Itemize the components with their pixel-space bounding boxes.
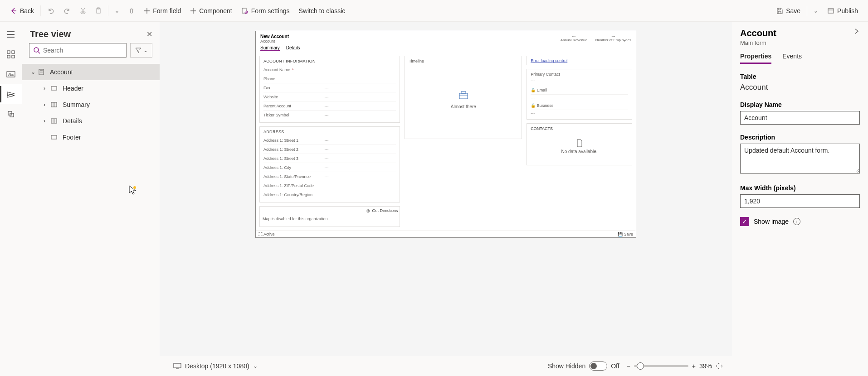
tree-search-field[interactable]: [43, 47, 122, 54]
max-width-input[interactable]: [740, 194, 860, 208]
publish-icon: [827, 7, 834, 14]
field-account-name[interactable]: Account Name*---: [263, 65, 396, 74]
save-dropdown[interactable]: ⌄: [809, 0, 823, 21]
tree-close-button[interactable]: ✕: [146, 30, 152, 39]
section-error[interactable]: Error loading control: [527, 56, 632, 65]
tab-icon: [51, 102, 58, 107]
component-label: Component: [199, 7, 232, 14]
left-rail: Abc: [0, 22, 22, 376]
svg-rect-23: [174, 363, 181, 368]
field-phone[interactable]: Phone---: [263, 74, 396, 83]
zoom-slider[interactable]: [634, 365, 688, 367]
form-field-label: Form field: [153, 7, 181, 14]
tab-properties[interactable]: Properties: [740, 53, 771, 64]
redo-button[interactable]: [59, 0, 75, 21]
description-input[interactable]: [740, 144, 860, 174]
plus-icon: [190, 8, 196, 14]
tree-search-input[interactable]: [29, 43, 127, 58]
field-zip[interactable]: Address 1: ZIP/Postal Code---: [263, 181, 396, 190]
field-street3[interactable]: Address 1: Street 3---: [263, 154, 396, 163]
display-name-input[interactable]: [740, 111, 860, 125]
form-canvas[interactable]: New Account Account ---Annual Revenue --…: [255, 31, 636, 238]
field-street2[interactable]: Address 1: Street 2---: [263, 145, 396, 154]
field-city[interactable]: Address 1: City---: [263, 163, 396, 172]
section-account-information[interactable]: ACCOUNT INFORMATION Account Name*--- Pho…: [259, 56, 400, 123]
chevron-right-icon: ›: [44, 118, 51, 124]
chevron-right-icon: ›: [44, 85, 51, 92]
tree-node-account[interactable]: ⌄ Account: [22, 64, 160, 80]
top-toolbar: Back ⌄ Form field Component Form setting…: [0, 0, 868, 22]
rail-abc[interactable]: Abc: [0, 64, 22, 84]
tree-node-footer[interactable]: Footer: [22, 129, 160, 145]
section-map[interactable]: ◎Get Directions Map is disabled for this…: [259, 206, 400, 227]
tree-panel: Tree view ✕ ⌄ ⌄ Account › Header: [22, 22, 160, 376]
field-ticker[interactable]: Ticker Symbol---: [263, 111, 396, 120]
svg-rect-19: [51, 119, 57, 123]
tab-details[interactable]: Details: [286, 45, 300, 51]
show-hidden-toggle[interactable]: [589, 362, 607, 371]
undo-button[interactable]: [43, 0, 59, 21]
rail-tree-view[interactable]: [0, 84, 22, 104]
field-country[interactable]: Address 1: Country/Region---: [263, 190, 396, 199]
tree-node-details[interactable]: › Details: [22, 113, 160, 129]
paste-dropdown[interactable]: ⌄: [110, 0, 124, 21]
back-button[interactable]: Back: [5, 0, 39, 21]
publish-button[interactable]: Publish: [823, 0, 863, 21]
component-button[interactable]: Component: [185, 0, 236, 21]
svg-rect-6: [828, 9, 834, 13]
delete-button[interactable]: [124, 0, 139, 21]
section-timeline[interactable]: Timeline Almost there: [405, 56, 522, 139]
chevron-right-icon: ›: [44, 101, 51, 108]
description-label: Description: [740, 134, 860, 141]
save-label: Save: [786, 7, 800, 14]
rail-hamburger[interactable]: [0, 24, 22, 44]
rail-components[interactable]: [0, 44, 22, 64]
field-parent-account[interactable]: Parent Account---: [263, 101, 396, 111]
tree-filter-button[interactable]: ⌄: [130, 43, 152, 58]
section-primary-contact[interactable]: Primary Contact --- 🔒 Email --- 🔒 Busine…: [527, 69, 632, 120]
field-website[interactable]: Website---: [263, 92, 396, 101]
field-email[interactable]: 🔒 Email: [531, 86, 628, 95]
save-button[interactable]: Save: [771, 0, 805, 21]
rail-copy[interactable]: [0, 104, 22, 124]
zoom-out-button[interactable]: −: [627, 362, 630, 370]
device-label: Desktop (1920 x 1080): [185, 362, 249, 370]
info-icon[interactable]: i: [793, 218, 800, 225]
fit-button[interactable]: [716, 362, 723, 370]
svg-rect-20: [51, 135, 57, 139]
section-contacts[interactable]: CONTACTS No data available.: [527, 123, 632, 165]
form-tabs: Summary Details: [256, 44, 636, 52]
pane-title: Account: [740, 28, 776, 39]
search-icon: [33, 47, 40, 54]
show-image-checkbox[interactable]: ✓: [740, 217, 749, 226]
timeline-status: Almost there: [451, 104, 476, 109]
error-loading-link[interactable]: Error loading control: [531, 58, 567, 63]
pane-collapse-button[interactable]: [853, 28, 860, 34]
form-settings-button[interactable]: Form settings: [237, 0, 294, 21]
switch-classic-button[interactable]: Switch to classic: [294, 0, 350, 21]
tree-node-header[interactable]: › Header: [22, 80, 160, 96]
tab-icon: [51, 118, 58, 124]
tree-title: Tree view: [30, 29, 71, 39]
field-street1[interactable]: Address 1: Street 1---: [263, 136, 396, 145]
paste-button[interactable]: [91, 0, 106, 21]
device-dropdown[interactable]: ⌄: [253, 363, 258, 369]
show-hidden-label: Show Hidden: [548, 362, 585, 370]
max-width-label: Max Width (pixels): [740, 184, 860, 192]
form-settings-label: Form settings: [251, 7, 290, 14]
tab-events[interactable]: Events: [782, 53, 802, 64]
form-field-button[interactable]: Form field: [139, 0, 185, 21]
pane-subtitle: Main form: [740, 39, 776, 46]
field-fax[interactable]: Fax---: [263, 83, 396, 92]
section-address[interactable]: ADDRESS Address 1: Street 1--- Address 1…: [259, 126, 400, 202]
field-state[interactable]: Address 1: State/Province---: [263, 172, 396, 181]
tree-node-summary[interactable]: › Summary: [22, 96, 160, 113]
display-name-label: Display Name: [740, 101, 860, 108]
field-business[interactable]: 🔒 Business: [531, 101, 628, 110]
cut-button[interactable]: [75, 0, 91, 21]
target-icon: ◎: [366, 208, 370, 213]
arrow-left-icon: [10, 7, 17, 14]
tab-summary[interactable]: Summary: [260, 45, 280, 51]
form-footer: ⛶ Active 💾 Save: [256, 231, 636, 237]
zoom-in-button[interactable]: +: [692, 362, 696, 370]
